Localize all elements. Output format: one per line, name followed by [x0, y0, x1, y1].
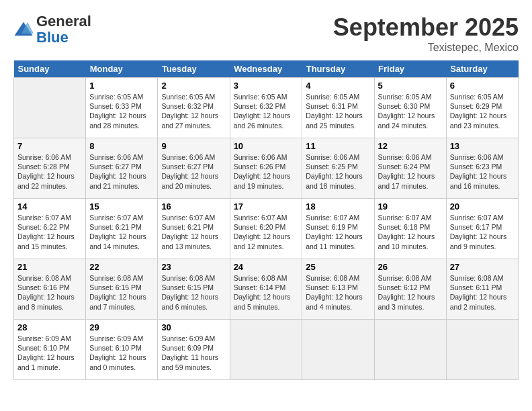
logo-text: General Blue: [36, 13, 91, 46]
day-info: Sunrise: 6:08 AM Sunset: 6:11 PM Dayligh…: [450, 273, 515, 312]
day-number: 9: [161, 141, 226, 151]
day-number: 25: [306, 262, 370, 272]
day-info: Sunrise: 6:09 AM Sunset: 6:09 PM Dayligh…: [161, 334, 226, 372]
day-number: 15: [89, 201, 154, 212]
day-info: Sunrise: 6:05 AM Sunset: 6:31 PM Dayligh…: [306, 92, 370, 130]
day-number: 10: [234, 141, 299, 151]
day-info: Sunrise: 6:07 AM Sunset: 6:18 PM Dayligh…: [378, 213, 443, 251]
day-info: Sunrise: 6:07 AM Sunset: 6:17 PM Dayligh…: [450, 213, 515, 251]
day-cell: 23Sunrise: 6:08 AM Sunset: 6:15 PM Dayli…: [158, 259, 230, 320]
day-info: Sunrise: 6:06 AM Sunset: 6:28 PM Dayligh…: [17, 152, 82, 191]
day-number: 3: [234, 81, 299, 91]
logo: General Blue: [13, 13, 91, 46]
day-cell: 7Sunrise: 6:06 AM Sunset: 6:28 PM Daylig…: [14, 138, 86, 199]
col-header-monday: Monday: [86, 60, 158, 78]
logo-icon: [13, 19, 34, 40]
day-info: Sunrise: 6:09 AM Sunset: 6:10 PM Dayligh…: [89, 334, 154, 372]
day-number: 17: [234, 201, 299, 212]
day-number: 27: [450, 262, 515, 272]
day-cell: 11Sunrise: 6:06 AM Sunset: 6:25 PM Dayli…: [302, 138, 374, 199]
day-cell: 9Sunrise: 6:06 AM Sunset: 6:27 PM Daylig…: [158, 138, 230, 199]
day-cell: 17Sunrise: 6:07 AM Sunset: 6:20 PM Dayli…: [230, 199, 302, 259]
day-info: Sunrise: 6:06 AM Sunset: 6:24 PM Dayligh…: [378, 152, 443, 191]
day-number: 4: [306, 81, 370, 91]
day-number: 29: [89, 322, 154, 332]
day-info: Sunrise: 6:06 AM Sunset: 6:27 PM Dayligh…: [161, 152, 226, 191]
day-cell: 16Sunrise: 6:07 AM Sunset: 6:21 PM Dayli…: [158, 199, 230, 259]
day-info: Sunrise: 6:05 AM Sunset: 6:32 PM Dayligh…: [161, 92, 226, 130]
day-info: Sunrise: 6:08 AM Sunset: 6:15 PM Dayligh…: [89, 273, 154, 312]
day-number: 18: [306, 201, 370, 212]
day-cell: 25Sunrise: 6:08 AM Sunset: 6:13 PM Dayli…: [302, 259, 374, 320]
day-info: Sunrise: 6:06 AM Sunset: 6:23 PM Dayligh…: [450, 152, 515, 191]
day-info: Sunrise: 6:07 AM Sunset: 6:22 PM Dayligh…: [17, 213, 82, 251]
day-number: 11: [306, 141, 370, 151]
day-cell: 1Sunrise: 6:05 AM Sunset: 6:33 PM Daylig…: [86, 78, 158, 138]
day-info: Sunrise: 6:06 AM Sunset: 6:26 PM Dayligh…: [234, 152, 299, 191]
day-info: Sunrise: 6:08 AM Sunset: 6:16 PM Dayligh…: [17, 273, 82, 312]
day-number: 30: [161, 322, 226, 332]
day-cell: [446, 320, 518, 380]
day-number: 22: [89, 262, 154, 272]
day-number: 13: [450, 141, 515, 151]
location: Texistepec, Mexico: [333, 42, 519, 54]
day-info: Sunrise: 6:05 AM Sunset: 6:33 PM Dayligh…: [89, 92, 154, 130]
day-cell: 27Sunrise: 6:08 AM Sunset: 6:11 PM Dayli…: [446, 259, 518, 320]
header-row: SundayMondayTuesdayWednesdayThursdayFrid…: [14, 60, 519, 78]
day-info: Sunrise: 6:07 AM Sunset: 6:20 PM Dayligh…: [234, 213, 299, 251]
day-info: Sunrise: 6:05 AM Sunset: 6:32 PM Dayligh…: [234, 92, 299, 130]
day-cell: 29Sunrise: 6:09 AM Sunset: 6:10 PM Dayli…: [86, 320, 158, 380]
day-cell: 24Sunrise: 6:08 AM Sunset: 6:14 PM Dayli…: [230, 259, 302, 320]
day-info: Sunrise: 6:06 AM Sunset: 6:25 PM Dayligh…: [306, 152, 370, 191]
day-cell: 21Sunrise: 6:08 AM Sunset: 6:16 PM Dayli…: [14, 259, 86, 320]
day-number: 26: [378, 262, 443, 272]
day-cell: 19Sunrise: 6:07 AM Sunset: 6:18 PM Dayli…: [374, 199, 446, 259]
day-number: 14: [17, 201, 82, 212]
day-cell: 8Sunrise: 6:06 AM Sunset: 6:27 PM Daylig…: [86, 138, 158, 199]
day-cell: 20Sunrise: 6:07 AM Sunset: 6:17 PM Dayli…: [446, 199, 518, 259]
day-cell: 30Sunrise: 6:09 AM Sunset: 6:09 PM Dayli…: [158, 320, 230, 380]
day-info: Sunrise: 6:05 AM Sunset: 6:30 PM Dayligh…: [378, 92, 443, 130]
col-header-tuesday: Tuesday: [158, 60, 230, 78]
day-number: 24: [234, 262, 299, 272]
day-number: 20: [450, 201, 515, 212]
day-cell: [14, 78, 86, 138]
day-number: 1: [89, 81, 154, 91]
day-cell: [230, 320, 302, 380]
week-row-1: 1Sunrise: 6:05 AM Sunset: 6:33 PM Daylig…: [14, 78, 519, 138]
page-header: General Blue September 2025 Texistepec, …: [13, 13, 519, 54]
day-cell: 4Sunrise: 6:05 AM Sunset: 6:31 PM Daylig…: [302, 78, 374, 138]
day-number: 5: [378, 81, 443, 91]
day-cell: 14Sunrise: 6:07 AM Sunset: 6:22 PM Dayli…: [14, 199, 86, 259]
day-cell: 18Sunrise: 6:07 AM Sunset: 6:19 PM Dayli…: [302, 199, 374, 259]
day-cell: 12Sunrise: 6:06 AM Sunset: 6:24 PM Dayli…: [374, 138, 446, 199]
day-number: 28: [17, 322, 82, 332]
day-info: Sunrise: 6:07 AM Sunset: 6:21 PM Dayligh…: [161, 213, 226, 251]
day-info: Sunrise: 6:08 AM Sunset: 6:15 PM Dayligh…: [161, 273, 226, 312]
calendar-table: SundayMondayTuesdayWednesdayThursdayFrid…: [13, 60, 519, 380]
day-cell: [302, 320, 374, 380]
day-cell: 15Sunrise: 6:07 AM Sunset: 6:21 PM Dayli…: [86, 199, 158, 259]
day-info: Sunrise: 6:08 AM Sunset: 6:14 PM Dayligh…: [234, 273, 299, 312]
day-info: Sunrise: 6:09 AM Sunset: 6:10 PM Dayligh…: [17, 334, 82, 372]
day-cell: [374, 320, 446, 380]
day-info: Sunrise: 6:08 AM Sunset: 6:13 PM Dayligh…: [306, 273, 370, 312]
day-cell: 5Sunrise: 6:05 AM Sunset: 6:30 PM Daylig…: [374, 78, 446, 138]
day-info: Sunrise: 6:07 AM Sunset: 6:21 PM Dayligh…: [89, 213, 154, 251]
col-header-saturday: Saturday: [446, 60, 518, 78]
day-info: Sunrise: 6:07 AM Sunset: 6:19 PM Dayligh…: [306, 213, 370, 251]
day-cell: 6Sunrise: 6:05 AM Sunset: 6:29 PM Daylig…: [446, 78, 518, 138]
col-header-friday: Friday: [374, 60, 446, 78]
day-number: 19: [378, 201, 443, 212]
week-row-3: 14Sunrise: 6:07 AM Sunset: 6:22 PM Dayli…: [14, 199, 519, 259]
col-header-thursday: Thursday: [302, 60, 374, 78]
day-info: Sunrise: 6:08 AM Sunset: 6:12 PM Dayligh…: [378, 273, 443, 312]
month-title: September 2025: [333, 13, 519, 42]
day-number: 8: [89, 141, 154, 151]
day-cell: 2Sunrise: 6:05 AM Sunset: 6:32 PM Daylig…: [158, 78, 230, 138]
day-info: Sunrise: 6:06 AM Sunset: 6:27 PM Dayligh…: [89, 152, 154, 191]
week-row-5: 28Sunrise: 6:09 AM Sunset: 6:10 PM Dayli…: [14, 320, 519, 380]
week-row-2: 7Sunrise: 6:06 AM Sunset: 6:28 PM Daylig…: [14, 138, 519, 199]
col-header-sunday: Sunday: [14, 60, 86, 78]
col-header-wednesday: Wednesday: [230, 60, 302, 78]
